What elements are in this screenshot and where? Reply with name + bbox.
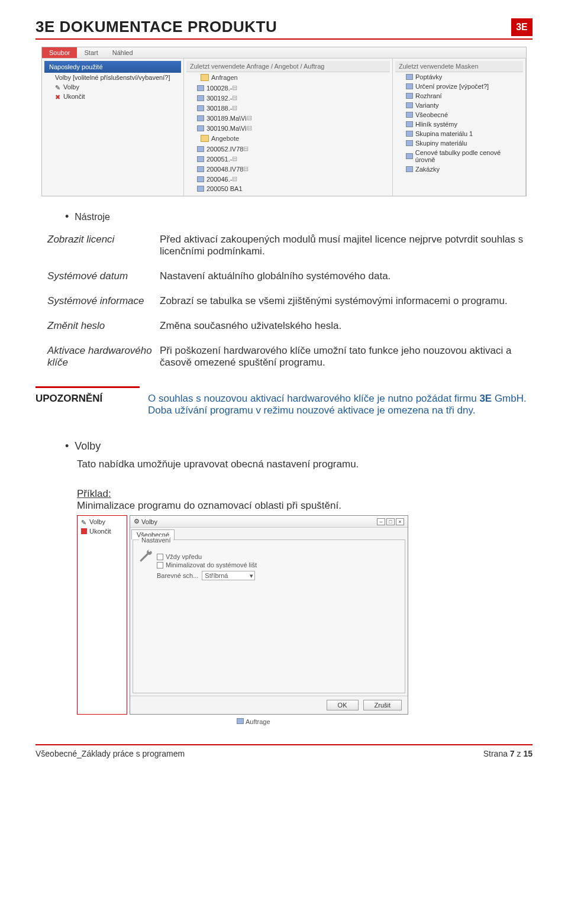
list-item[interactable]: Všeobecné <box>395 110 523 119</box>
doc-icon <box>197 146 204 152</box>
cancel-button[interactable]: Zrušit <box>363 700 402 710</box>
doc-icon <box>406 153 413 159</box>
def-term: Systémové datum <box>47 270 160 282</box>
close-button[interactable]: × <box>396 518 404 525</box>
pin-icon[interactable]: ⊟ <box>232 84 237 92</box>
menu-item-ukoncit[interactable]: Ukončit <box>79 526 125 536</box>
list-item[interactable]: 100028.-⊟ <box>186 83 390 93</box>
list-item[interactable]: 200052.IV78⊟ <box>186 144 390 154</box>
pin-icon[interactable]: ⊟ <box>232 155 237 163</box>
options-dialog: ⚙ Volby – □ × Všeobecné Nastavení Vždy v… <box>130 515 408 715</box>
list-item[interactable]: 300190.Ma\Vi⊟ <box>186 123 390 133</box>
list-item[interactable]: Zakázky <box>395 164 523 174</box>
list-item[interactable]: 300189.Ma\Vi⊟ <box>186 113 390 123</box>
doc-icon <box>197 115 204 121</box>
doc-icon <box>406 121 413 127</box>
definition-list: Zobrazit licenciPřed aktivací zakoupenýc… <box>47 234 532 369</box>
doc-icon <box>406 140 413 146</box>
tab-soubor[interactable]: Soubor <box>42 47 77 58</box>
group-anfragen[interactable]: Anfragen <box>186 72 390 83</box>
recent-header: Naposledy použité <box>44 61 181 73</box>
example-text: Minimalizace programu do oznamovací obla… <box>77 500 341 511</box>
notice-accent-bar <box>36 386 140 388</box>
def-term: Systémové informace <box>47 295 160 307</box>
color-scheme-select[interactable]: Stříbrná▾ <box>202 571 255 580</box>
list-item[interactable]: Rozhraní <box>395 91 523 101</box>
list-item[interactable]: Poptávky <box>395 72 523 82</box>
list-item[interactable]: 200050 BA1 <box>186 184 390 193</box>
maximize-button[interactable]: □ <box>386 518 395 525</box>
bullet-volby: • Volby <box>65 440 532 453</box>
example-label: Příklad: <box>77 488 111 499</box>
def-term: Změnit heslo <box>47 320 160 332</box>
doc-icon <box>197 176 204 182</box>
list-item[interactable]: Hliník systémy <box>395 119 523 129</box>
settings-groupbox: Nastavení Vždy vpředu Minimalizovat do s… <box>133 539 405 693</box>
footer-right: Strana 7 z 15 <box>483 749 532 758</box>
chevron-down-icon: ▾ <box>250 572 253 580</box>
list-item[interactable]: Skupina materiálu 1 <box>395 129 523 138</box>
doc-icon <box>197 125 204 131</box>
menu-item-volby[interactable]: ✎Volby <box>79 517 125 526</box>
minimize-button[interactable]: – <box>377 518 385 525</box>
pin-icon[interactable]: ⊟ <box>247 114 252 122</box>
bullet-tools: • Nástroje <box>65 211 532 223</box>
doc-icon <box>197 156 204 162</box>
doc-icon <box>197 166 204 172</box>
menu-item-volby[interactable]: ✎Volby <box>44 82 181 92</box>
list-item[interactable]: 200046.-⊟ <box>186 174 390 184</box>
pin-icon[interactable]: ⊟ <box>232 94 237 102</box>
def-desc: Při poškození hardwarového klíče umožní … <box>160 345 532 369</box>
doc-icon <box>237 718 244 724</box>
pencil-icon: ✎ <box>81 519 87 525</box>
pin-icon[interactable]: ⊟ <box>232 104 237 112</box>
pin-icon[interactable]: ⊟ <box>247 124 252 132</box>
volby-description: Tato nabídka umožňuje upravovat obecná n… <box>77 458 532 470</box>
list-item[interactable]: Určení provize [výpočet?] <box>395 82 523 91</box>
list-item[interactable]: 300192.-⊟ <box>186 93 390 103</box>
doc-icon <box>197 85 204 91</box>
group-angebote[interactable]: Angebote <box>186 133 390 144</box>
list-item[interactable]: 300188.-⊟ <box>186 103 390 113</box>
tiny-overflow-row: Auftrage <box>237 716 532 726</box>
pin-icon[interactable]: ⊟ <box>243 145 248 153</box>
tab-start[interactable]: Start <box>77 47 105 58</box>
notice-label: UPOZORNĚNÍ <box>36 393 148 416</box>
doc-icon <box>406 112 413 118</box>
list-item[interactable]: Varianty <box>395 101 523 110</box>
checkbox-icon <box>157 554 163 560</box>
options-dialog-screenshot: ✎Volby Ukončit ⚙ Volby – □ × Všeobecné N… <box>77 515 408 715</box>
tab-nahled[interactable]: Náhled <box>105 47 140 58</box>
app-screenshot-main: Soubor Start Náhled Naposledy použité Vo… <box>41 47 527 196</box>
checkbox-icon <box>157 562 163 568</box>
list-item[interactable]: Cenové tabulky podle cenové úrovně <box>395 148 523 164</box>
list-item[interactable]: Volby [volitelné příslušenství/vybavení?… <box>44 73 181 82</box>
page-header: 3E DOKUMENTACE PRODUKTU 3E <box>36 18 532 40</box>
list-item[interactable]: 200051.-⊟ <box>186 154 390 164</box>
checkbox-minimize-tray[interactable]: Minimalizovat do systémové lišt <box>157 561 399 568</box>
list-item[interactable]: Skupiny materiálu <box>395 138 523 148</box>
ribbon-tabs: Soubor Start Náhled <box>42 47 526 59</box>
notice-box: UPOZORNĚNÍ O souhlas s nouzovou aktivací… <box>36 386 532 416</box>
checkbox-always-on-top[interactable]: Vždy vpředu <box>157 553 399 560</box>
close-icon <box>81 528 87 534</box>
doc-icon <box>406 83 413 89</box>
color-scheme-label: Barevné sch... <box>157 572 198 579</box>
pin-icon[interactable]: ⊟ <box>243 165 248 173</box>
folder-icon <box>201 74 209 81</box>
notice-text: O souhlas s nouzovou aktivací hardwarové… <box>148 393 532 416</box>
list-item[interactable]: 200048.IV78⊟ <box>186 164 390 174</box>
page-title: 3E DOKUMENTACE PRODUKTU <box>36 18 277 36</box>
context-menu: ✎Volby Ukončit <box>77 515 127 715</box>
doc-icon <box>197 186 204 192</box>
ok-button[interactable]: OK <box>327 700 359 710</box>
window-titlebar: ⚙ Volby – □ × <box>130 516 408 528</box>
doc-icon <box>406 102 413 108</box>
doc-icon <box>197 95 204 101</box>
close-icon: ✖ <box>55 93 61 99</box>
menu-item-ukoncit[interactable]: ✖Ukončit <box>44 92 181 101</box>
pin-icon[interactable]: ⊟ <box>232 175 237 183</box>
doc-icon <box>406 131 413 137</box>
def-desc: Zobrazí se tabulka se všemi zjištěnými s… <box>160 295 532 307</box>
brand-logo: 3E <box>511 18 532 36</box>
